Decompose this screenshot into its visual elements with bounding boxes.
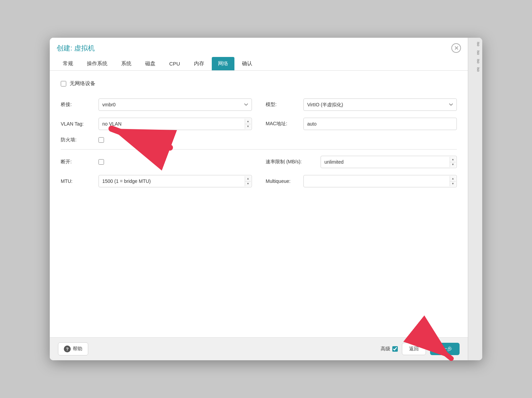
rate-input[interactable] — [324, 159, 446, 165]
firewall-right-spacer — [259, 133, 457, 147]
vlan-label: VLAN Tag: — [61, 121, 99, 127]
mtu-down-arrow[interactable]: ▼ — [245, 182, 251, 187]
tab-general[interactable]: 常规 — [57, 57, 79, 70]
multiqueue-arrows: ▲ ▼ — [450, 176, 456, 186]
iso-item-3: iso — [470, 58, 481, 65]
tab-memory[interactable]: 内存 — [188, 57, 210, 70]
footer-left: ? 帮助 — [58, 342, 88, 355]
content-area: 无网络设备 桥接: vmbr0 vmbr1 模型: — [50, 71, 468, 337]
disconnect-label: 断开: — [61, 159, 99, 165]
mtu-label: MTU: — [61, 178, 99, 184]
form-grid: 桥接: vmbr0 vmbr1 模型: VirtIO (半虚拟化) — [61, 95, 457, 191]
tab-system[interactable]: 系统 — [115, 57, 138, 70]
bridge-row: 桥接: vmbr0 vmbr1 — [61, 95, 259, 114]
firewall-checkbox[interactable] — [99, 137, 104, 143]
mtu-row: MTU: ▲ ▼ — [61, 172, 259, 191]
footer: ? 帮助 高级 返回 下一步 — [50, 337, 468, 360]
multiqueue-label: Multiqueue: — [266, 178, 303, 184]
iso-panel: iso iso iso iso — [468, 38, 482, 360]
rate-arrows: ▲ ▼ — [450, 157, 456, 167]
help-button[interactable]: ? 帮助 — [58, 342, 88, 355]
tab-bar: 常规 操作系统 系统 磁盘 CPU 内存 网络 确认 — [50, 57, 468, 71]
section-separator — [61, 149, 457, 150]
bridge-select[interactable]: vmbr0 vmbr1 — [99, 98, 252, 111]
disconnect-checkbox[interactable] — [99, 159, 104, 165]
vlan-control: ▲ ▼ — [99, 118, 252, 130]
firewall-control — [99, 137, 252, 143]
model-select[interactable]: VirtIO (半虚拟化) E1000 RTL8139 — [303, 98, 457, 111]
multiqueue-row: Multiqueue: ▲ ▼ — [259, 172, 457, 191]
iso-item-1: iso — [470, 40, 481, 48]
vlan-up-arrow[interactable]: ▲ — [245, 119, 251, 124]
tab-disk[interactable]: 磁盘 — [139, 57, 162, 70]
multiqueue-input[interactable] — [307, 178, 446, 184]
no-network-label: 无网络设备 — [70, 80, 95, 87]
disconnect-control — [99, 159, 252, 165]
rate-row: 速率限制 (MB/s): ▲ ▼ — [259, 152, 457, 172]
firewall-row: 防火墙: — [61, 133, 259, 147]
vlan-row: VLAN Tag: ▲ ▼ — [61, 114, 259, 133]
rate-spinner: ▲ ▼ — [321, 156, 457, 168]
multiqueue-spinner: ▲ ▼ — [303, 175, 457, 187]
bridge-control: vmbr0 vmbr1 — [99, 98, 252, 111]
dialog-wrapper: 创建: 虚拟机 ✕ 常规 操作系统 系统 磁盘 CPU 内存 网络 确认 无网络… — [50, 38, 482, 360]
mac-control — [303, 118, 457, 130]
vlan-spinner: ▲ ▼ — [99, 118, 252, 130]
advanced-checkbox[interactable] — [392, 346, 398, 352]
no-network-row: 无网络设备 — [61, 80, 457, 87]
advanced-row: 高级 — [381, 346, 398, 352]
disconnect-row: 断开: — [61, 152, 259, 172]
advanced-label: 高级 — [381, 346, 390, 352]
mtu-input[interactable] — [102, 178, 241, 184]
dialog-title: 创建: 虚拟机 — [57, 44, 95, 53]
vlan-arrows: ▲ ▼ — [245, 119, 251, 129]
main-dialog: 创建: 虚拟机 ✕ 常规 操作系统 系统 磁盘 CPU 内存 网络 确认 无网络… — [50, 38, 468, 360]
rate-up-arrow[interactable]: ▲ — [450, 157, 456, 162]
help-label: 帮助 — [73, 346, 82, 352]
back-button[interactable]: 返回 — [402, 343, 426, 355]
model-row: 模型: VirtIO (半虚拟化) E1000 RTL8139 — [259, 95, 457, 114]
mac-label: MAC地址: — [266, 121, 303, 127]
no-network-checkbox[interactable] — [61, 81, 66, 86]
multiqueue-control: ▲ ▼ — [303, 175, 457, 187]
tab-os[interactable]: 操作系统 — [81, 57, 114, 70]
rate-label: 速率限制 (MB/s): — [266, 159, 321, 165]
mtu-up-arrow[interactable]: ▲ — [245, 176, 251, 182]
help-icon: ? — [64, 346, 71, 352]
model-control: VirtIO (半虚拟化) E1000 RTL8139 — [303, 98, 457, 111]
multiqueue-up-arrow[interactable]: ▲ — [450, 176, 456, 182]
vlan-input[interactable] — [102, 121, 241, 127]
tab-cpu[interactable]: CPU — [163, 57, 186, 70]
multiqueue-down-arrow[interactable]: ▼ — [450, 182, 456, 187]
firewall-label: 防火墙: — [61, 137, 99, 143]
mtu-arrows: ▲ ▼ — [245, 176, 251, 186]
mac-input[interactable] — [303, 118, 457, 130]
mac-row: MAC地址: — [259, 114, 457, 133]
rate-down-arrow[interactable]: ▼ — [450, 162, 456, 167]
mtu-control: ▲ ▼ — [99, 175, 252, 187]
model-label: 模型: — [266, 102, 303, 108]
close-button[interactable]: ✕ — [451, 43, 461, 53]
vlan-down-arrow[interactable]: ▼ — [245, 124, 251, 129]
title-bar: 创建: 虚拟机 ✕ — [50, 38, 468, 57]
iso-item-4: iso — [470, 66, 481, 73]
tab-confirm[interactable]: 确认 — [236, 57, 258, 70]
tab-network[interactable]: 网络 — [212, 57, 234, 70]
rate-control: ▲ ▼ — [321, 156, 457, 168]
bridge-label: 桥接: — [61, 102, 99, 108]
mtu-spinner: ▲ ▼ — [99, 175, 252, 187]
iso-item-2: iso — [470, 49, 481, 56]
next-button[interactable]: 下一步 — [430, 343, 460, 355]
